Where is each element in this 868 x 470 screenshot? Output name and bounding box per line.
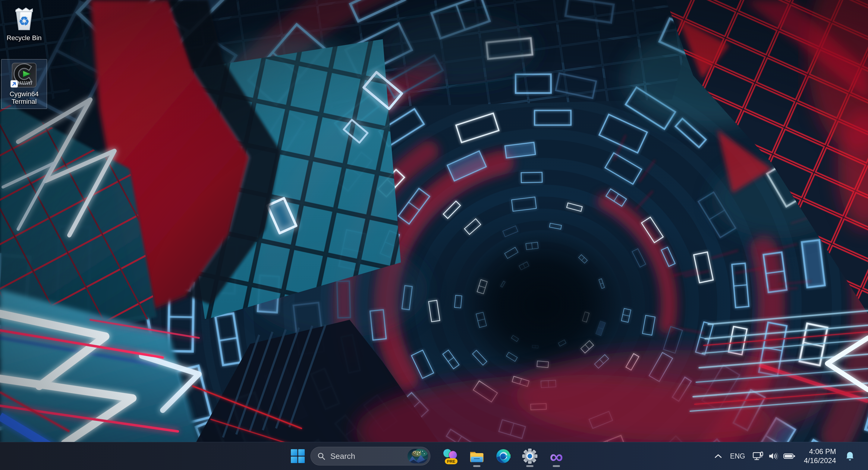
start-button[interactable] xyxy=(287,444,309,468)
taskbar-app-file-explorer[interactable] xyxy=(465,444,488,468)
taskbar-center-group: Search xyxy=(287,442,571,470)
search-placeholder: Search xyxy=(330,451,407,461)
clock[interactable]: 4:06 PM 4/16/2024 xyxy=(801,445,839,468)
visual-studio-icon: ∞ xyxy=(548,448,564,464)
tray-overflow-chevron[interactable] xyxy=(712,445,725,468)
recycle-bin-icon: ♻ xyxy=(11,6,37,32)
copilot-pre-badge: PRE xyxy=(447,459,456,464)
network-volume-battery-button[interactable] xyxy=(750,445,798,468)
wallpaper xyxy=(0,0,868,470)
desktop-icon-recycle-bin[interactable]: ♻ Recycle Bin xyxy=(1,3,47,45)
desktop-icon-label: Cygwin64 Terminal xyxy=(2,90,46,106)
taskbar-app-visual-studio[interactable]: ∞ xyxy=(545,444,568,468)
search-highlights-image[interactable] xyxy=(407,449,428,463)
desktop-icon-list: ♻ Recycle Bin xyxy=(1,3,47,109)
search-box[interactable]: Search xyxy=(310,447,430,466)
bell-icon xyxy=(845,451,855,461)
clock-date: 4/16/2024 xyxy=(804,456,836,465)
vs-infinity-glyph: ∞ xyxy=(550,448,563,464)
running-indicator xyxy=(473,465,480,467)
network-icon xyxy=(752,451,764,461)
desktop-icon-label: Recycle Bin xyxy=(7,34,41,42)
file-explorer-icon xyxy=(469,448,485,464)
battery-icon xyxy=(783,452,795,460)
desktop-icon-cygwin64-terminal[interactable]: Cygwin64 Terminal xyxy=(1,59,47,109)
edge-icon xyxy=(495,448,511,464)
taskbar-app-settings[interactable] xyxy=(518,444,541,468)
running-indicator xyxy=(526,465,533,467)
taskbar-app-edge[interactable] xyxy=(492,444,515,468)
chevron-up-icon xyxy=(714,453,722,459)
cygwin-terminal-icon xyxy=(11,62,37,88)
search-icon xyxy=(317,452,326,460)
system-tray: ENG xyxy=(712,442,868,470)
settings-gear-icon xyxy=(522,448,538,464)
taskbar-app-copilot[interactable]: PRE xyxy=(439,444,462,468)
windows-desktop: ♻ Recycle Bin xyxy=(0,0,868,470)
windows-logo-icon xyxy=(291,449,305,463)
shortcut-arrow-icon xyxy=(10,80,18,89)
copilot-icon: PRE xyxy=(442,447,458,465)
clock-time: 4:06 PM xyxy=(809,447,836,456)
language-indicator[interactable]: ENG xyxy=(728,445,747,468)
recycle-glyph: ♻ xyxy=(19,14,30,28)
running-indicator xyxy=(553,465,560,467)
volume-icon xyxy=(768,451,778,461)
notification-bell-button[interactable] xyxy=(842,445,858,468)
taskbar: Search xyxy=(0,442,868,470)
